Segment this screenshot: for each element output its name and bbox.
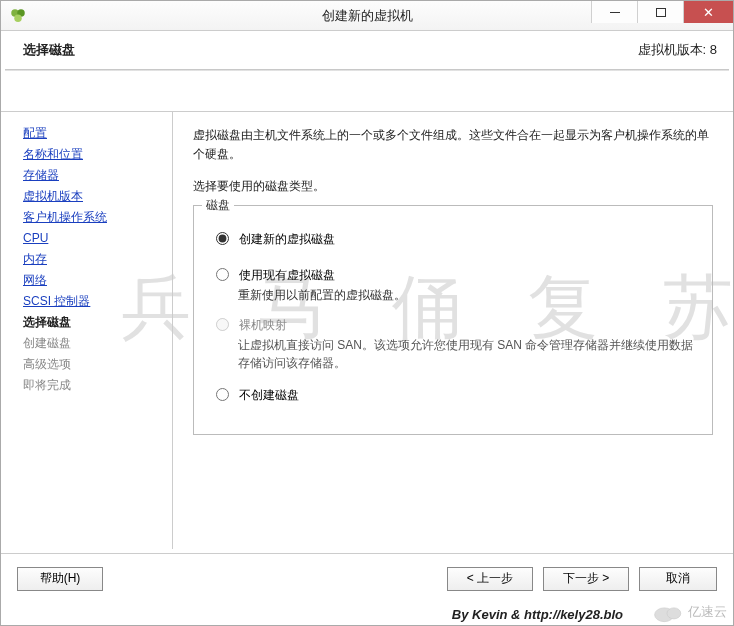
radio-no-disk-input[interactable] bbox=[216, 388, 229, 401]
credits-text: By Kevin & http://kely28.blo 亿速云 bbox=[1, 603, 733, 625]
svg-point-4 bbox=[667, 608, 681, 619]
next-button[interactable]: 下一步 > bbox=[543, 567, 629, 591]
sidebar-item-network[interactable]: 网络 bbox=[23, 271, 162, 289]
radio-use-existing-disk[interactable]: 使用现有虚拟磁盘 bbox=[216, 266, 698, 284]
disk-group: 磁盘 创建新的虚拟磁盘 使用现有虚拟磁盘 重新使用以前配置的虚拟磁盘。 裸机映射… bbox=[193, 205, 713, 435]
back-button[interactable]: < 上一步 bbox=[447, 567, 533, 591]
app-icon bbox=[9, 7, 27, 25]
sidebar-item-create-disk: 创建磁盘 bbox=[23, 334, 162, 352]
radio-use-existing-disk-label: 使用现有虚拟磁盘 bbox=[239, 266, 335, 284]
wizard-header: 选择磁盘 虚拟机版本: 8 bbox=[1, 31, 733, 69]
maximize-button[interactable] bbox=[637, 1, 683, 23]
help-button[interactable]: 帮助(H) bbox=[17, 567, 103, 591]
radio-create-new-disk[interactable]: 创建新的虚拟磁盘 bbox=[216, 230, 698, 248]
disk-group-title: 磁盘 bbox=[202, 197, 234, 214]
vm-version-label: 虚拟机版本: 8 bbox=[638, 41, 717, 59]
minimize-button[interactable] bbox=[591, 1, 637, 23]
sidebar-item-guest-os[interactable]: 客户机操作系统 bbox=[23, 208, 162, 226]
sidebar-item-memory[interactable]: 内存 bbox=[23, 250, 162, 268]
sidebar-item-config[interactable]: 配置 bbox=[23, 124, 162, 142]
window-titlebar: 创建新的虚拟机 ✕ bbox=[1, 1, 733, 31]
sidebar-item-name-location[interactable]: 名称和位置 bbox=[23, 145, 162, 163]
wizard-footer: 帮助(H) < 上一步 下一步 > 取消 bbox=[1, 553, 733, 603]
page-description: 虚拟磁盘由主机文件系统上的一个或多个文件组成。这些文件合在一起显示为客户机操作系… bbox=[193, 126, 713, 164]
sidebar-item-storage[interactable]: 存储器 bbox=[23, 166, 162, 184]
wizard-body: 配置 名称和位置 存储器 虚拟机版本 客户机操作系统 CPU 内存 网络 SCS… bbox=[1, 71, 733, 549]
radio-create-new-disk-input[interactable] bbox=[216, 232, 229, 245]
svg-point-2 bbox=[14, 14, 22, 22]
radio-create-new-disk-label: 创建新的虚拟磁盘 bbox=[239, 230, 335, 248]
watermark-logo: 亿速云 bbox=[650, 601, 727, 623]
cancel-button[interactable]: 取消 bbox=[639, 567, 717, 591]
sidebar-item-cpu[interactable]: CPU bbox=[23, 229, 162, 247]
radio-raw-mapping-hint: 让虚拟机直接访问 SAN。该选项允许您使用现有 SAN 命令管理存储器并继续使用… bbox=[238, 336, 698, 372]
close-button[interactable]: ✕ bbox=[683, 1, 733, 23]
sidebar-item-select-disk[interactable]: 选择磁盘 bbox=[23, 313, 162, 331]
sidebar-item-ready: 即将完成 bbox=[23, 376, 162, 394]
page-subdescription: 选择要使用的磁盘类型。 bbox=[193, 178, 713, 195]
radio-no-disk-label: 不创建磁盘 bbox=[239, 386, 299, 404]
radio-no-disk[interactable]: 不创建磁盘 bbox=[216, 386, 698, 404]
wizard-content: 虚拟磁盘由主机文件系统上的一个或多个文件组成。这些文件合在一起显示为客户机操作系… bbox=[173, 111, 733, 549]
sidebar-item-vm-version[interactable]: 虚拟机版本 bbox=[23, 187, 162, 205]
page-title: 选择磁盘 bbox=[23, 41, 75, 59]
radio-raw-mapping-label: 裸机映射 bbox=[239, 316, 287, 334]
radio-use-existing-disk-input[interactable] bbox=[216, 268, 229, 281]
wizard-steps-sidebar: 配置 名称和位置 存储器 虚拟机版本 客户机操作系统 CPU 内存 网络 SCS… bbox=[1, 111, 173, 549]
radio-use-existing-disk-hint: 重新使用以前配置的虚拟磁盘。 bbox=[238, 286, 698, 304]
radio-raw-mapping-input bbox=[216, 318, 229, 331]
sidebar-item-scsi[interactable]: SCSI 控制器 bbox=[23, 292, 162, 310]
radio-raw-mapping: 裸机映射 bbox=[216, 316, 698, 334]
sidebar-item-advanced: 高级选项 bbox=[23, 355, 162, 373]
